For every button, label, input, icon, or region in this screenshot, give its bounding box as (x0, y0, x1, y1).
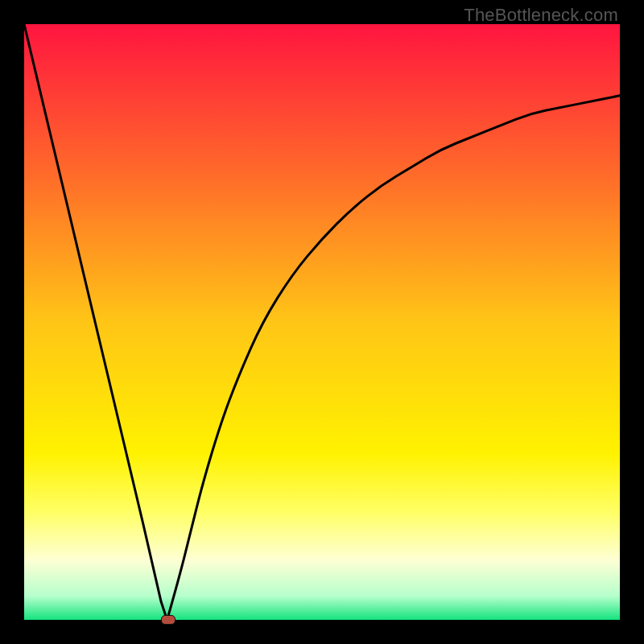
bottleneck-marker (161, 615, 175, 625)
chart-frame (24, 24, 620, 620)
watermark-text: TheBottleneck.com (464, 5, 618, 26)
chart-plot (24, 24, 620, 620)
